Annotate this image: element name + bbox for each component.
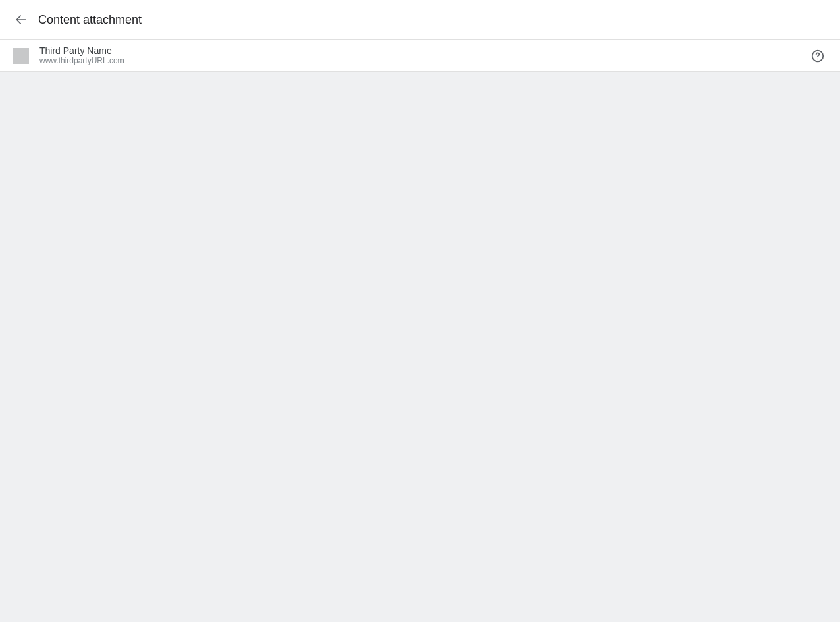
context-text: Third Party Name www.thirdpartyURL.com xyxy=(39,46,124,66)
help-icon xyxy=(810,49,825,63)
content-area xyxy=(0,72,840,622)
third-party-avatar xyxy=(13,48,29,64)
svg-point-2 xyxy=(817,58,818,59)
back-button[interactable] xyxy=(13,12,29,28)
context-bar: Third Party Name www.thirdpartyURL.com xyxy=(0,40,840,72)
help-button[interactable] xyxy=(808,47,827,65)
page-title: Content attachment xyxy=(38,13,142,27)
third-party-name: Third Party Name xyxy=(39,46,124,56)
arrow-left-icon xyxy=(14,13,28,26)
third-party-url: www.thirdpartyURL.com xyxy=(39,57,124,65)
top-bar: Content attachment xyxy=(0,0,840,40)
